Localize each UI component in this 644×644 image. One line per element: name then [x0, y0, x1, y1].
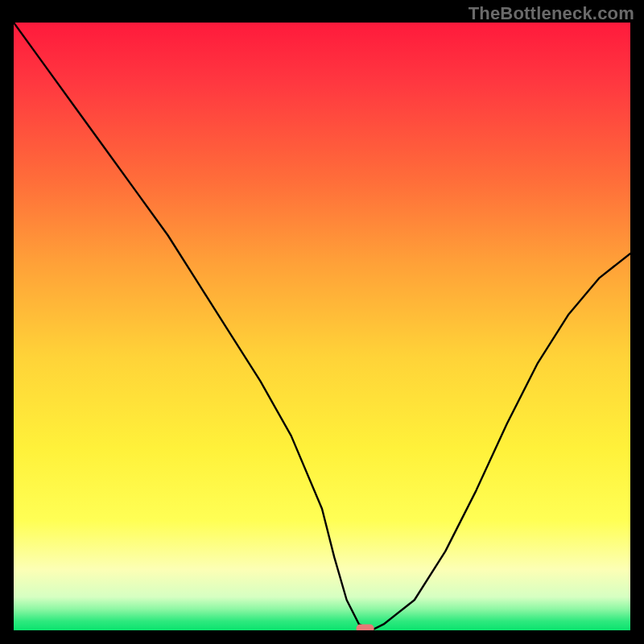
- plot-area: [14, 23, 630, 630]
- gradient-rect: [14, 23, 630, 630]
- watermark-text: TheBottleneck.com: [469, 3, 634, 24]
- chart-frame: TheBottleneck.com: [0, 0, 644, 644]
- optimum-marker: [357, 625, 374, 631]
- chart-svg: [14, 23, 630, 630]
